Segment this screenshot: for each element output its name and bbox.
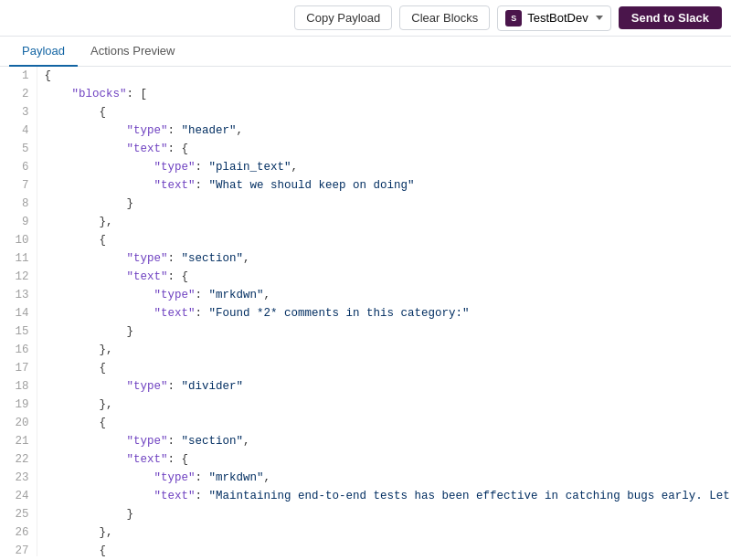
table-row: 26 }, — [0, 523, 731, 542]
code-table: 1{2 "blocks": [3 {4 "type": "header",5 "… — [0, 67, 731, 556]
line-number: 11 — [0, 249, 37, 268]
toolbar: Copy Payload Clear Blocks S TestBotDev S… — [0, 0, 731, 37]
table-row: 10 { — [0, 231, 731, 249]
line-number: 24 — [0, 487, 37, 505]
line-content: }, — [37, 213, 731, 231]
table-row: 20 { — [0, 414, 731, 432]
line-content: { — [37, 414, 731, 432]
tab-payload[interactable]: Payload — [9, 37, 78, 67]
table-row: 21 "type": "section", — [0, 432, 731, 450]
line-number: 6 — [0, 158, 37, 176]
line-number: 16 — [0, 341, 37, 359]
table-row: 9 }, — [0, 213, 731, 231]
line-content: }, — [37, 523, 731, 542]
line-number: 5 — [0, 140, 37, 158]
chevron-down-icon — [596, 16, 603, 20]
table-row: 1{ — [0, 67, 731, 85]
table-row: 18 "type": "divider" — [0, 377, 731, 396]
line-number: 26 — [0, 523, 37, 542]
line-number: 23 — [0, 469, 37, 487]
line-number: 15 — [0, 322, 37, 341]
clear-blocks-button[interactable]: Clear Blocks — [399, 5, 490, 30]
line-content: "text": "Found *2* comments in this cate… — [37, 304, 731, 322]
table-row: 27 { — [0, 542, 731, 556]
line-number: 10 — [0, 231, 37, 249]
table-row: 3 { — [0, 103, 731, 122]
line-content: "type": "mrkdwn", — [37, 469, 731, 487]
line-content: { — [37, 231, 731, 249]
table-row: 16 }, — [0, 341, 731, 359]
workspace-icon: S — [505, 10, 522, 26]
tab-actions-preview[interactable]: Actions Preview — [78, 37, 187, 67]
line-number: 1 — [0, 67, 37, 85]
table-row: 25 } — [0, 505, 731, 523]
table-row: 22 "text": { — [0, 450, 731, 469]
table-row: 2 "blocks": [ — [0, 85, 731, 103]
line-content: "type": "mrkdwn", — [37, 286, 731, 304]
line-content: "blocks": [ — [37, 85, 731, 103]
table-row: 24 "text": "Maintaining end-to-end tests… — [0, 487, 731, 505]
line-content: }, — [37, 396, 731, 414]
table-row: 8 } — [0, 195, 731, 213]
table-row: 11 "type": "section", — [0, 249, 731, 268]
line-content: { — [37, 359, 731, 377]
line-content: "text": "What we should keep on doing" — [37, 176, 731, 195]
line-number: 13 — [0, 286, 37, 304]
table-row: 14 "text": "Found *2* comments in this c… — [0, 304, 731, 322]
table-row: 13 "type": "mrkdwn", — [0, 286, 731, 304]
tabs: Payload Actions Preview — [0, 37, 731, 67]
line-content: "type": "divider" — [37, 377, 731, 396]
line-number: 8 — [0, 195, 37, 213]
line-content: "text": { — [37, 140, 731, 158]
line-content: "text": "Maintaining end-to-end tests ha… — [37, 487, 731, 505]
line-content: }, — [37, 341, 731, 359]
send-to-slack-button[interactable]: Send to Slack — [619, 6, 722, 29]
table-row: 15 } — [0, 322, 731, 341]
table-row: 6 "type": "plain_text", — [0, 158, 731, 176]
copy-payload-button[interactable]: Copy Payload — [294, 5, 392, 30]
line-content: { — [37, 542, 731, 556]
line-content: } — [37, 322, 731, 341]
line-number: 17 — [0, 359, 37, 377]
table-row: 7 "text": "What we should keep on doing" — [0, 176, 731, 195]
line-content: "type": "section", — [37, 249, 731, 268]
line-number: 3 — [0, 103, 37, 122]
table-row: 19 }, — [0, 396, 731, 414]
line-number: 27 — [0, 542, 37, 556]
line-content: "type": "header", — [37, 122, 731, 140]
line-content: "type": "plain_text", — [37, 158, 731, 176]
line-number: 9 — [0, 213, 37, 231]
line-content: } — [37, 195, 731, 213]
line-content: } — [37, 505, 731, 523]
line-number: 14 — [0, 304, 37, 322]
line-number: 12 — [0, 268, 37, 286]
table-row: 23 "type": "mrkdwn", — [0, 469, 731, 487]
table-row: 12 "text": { — [0, 268, 731, 286]
line-number: 7 — [0, 176, 37, 195]
line-number: 21 — [0, 432, 37, 450]
line-content: { — [37, 103, 731, 122]
table-row: 4 "type": "header", — [0, 122, 731, 140]
line-content: "type": "section", — [37, 432, 731, 450]
line-content: "text": { — [37, 450, 731, 469]
line-number: 19 — [0, 396, 37, 414]
line-number: 18 — [0, 377, 37, 396]
line-content: "text": { — [37, 268, 731, 286]
line-number: 22 — [0, 450, 37, 469]
line-content: { — [37, 67, 731, 85]
line-number: 2 — [0, 85, 37, 103]
code-editor[interactable]: 1{2 "blocks": [3 {4 "type": "header",5 "… — [0, 67, 731, 556]
table-row: 17 { — [0, 359, 731, 377]
line-number: 25 — [0, 505, 37, 523]
table-row: 5 "text": { — [0, 140, 731, 158]
line-number: 20 — [0, 414, 37, 432]
workspace-selector[interactable]: S TestBotDev — [497, 5, 610, 31]
workspace-name: TestBotDev — [527, 11, 588, 25]
line-number: 4 — [0, 122, 37, 140]
